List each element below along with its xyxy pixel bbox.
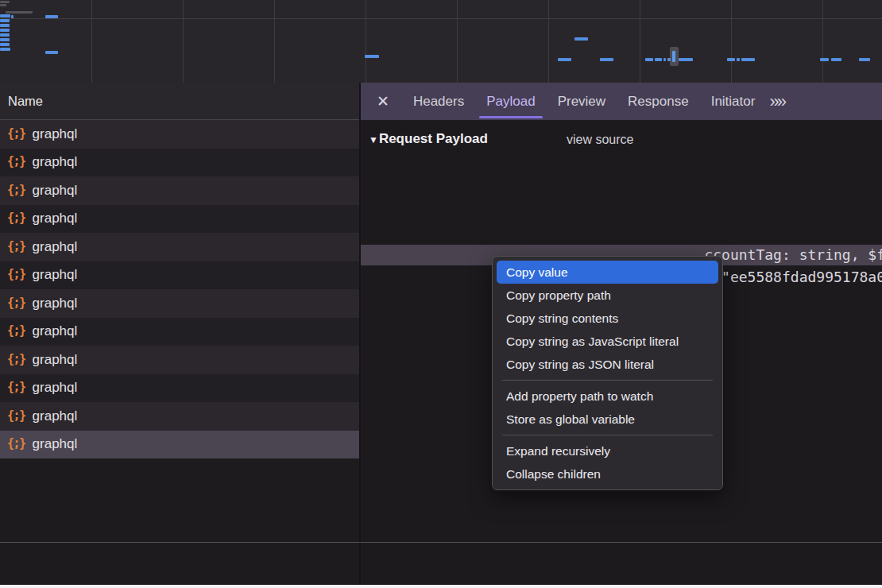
overview-request-bar — [365, 55, 379, 58]
devtools-network-panel: Name {;}graphql{;}graphql{;}graphql{;}gr… — [0, 0, 882, 588]
request-name: graphql — [33, 211, 78, 226]
json-braces-icon: {;} — [7, 296, 25, 310]
network-overview-timeline[interactable] — [0, 0, 882, 84]
overview-request-bar — [558, 58, 571, 61]
name-column-header[interactable]: Name — [0, 83, 359, 120]
request-row[interactable]: {;}graphql — [0, 149, 359, 177]
request-name: graphql — [33, 408, 78, 424]
request-row[interactable]: {;}graphql — [0, 205, 359, 234]
json-braces-icon: {;} — [7, 380, 25, 394]
name-column-label: Name — [8, 94, 43, 109]
menu-item-copy-string-contents[interactable]: Copy string contents — [497, 307, 718, 330]
overview-request-bar — [859, 58, 870, 61]
menu-item-label: Add property path to watch — [506, 389, 653, 404]
overview-request-bar — [45, 15, 58, 18]
request-name: graphql — [33, 296, 78, 311]
overview-request-bar — [679, 58, 693, 61]
menu-item-store-as-global-variable[interactable]: Store as global variable — [497, 408, 718, 431]
page-bottom-edge — [0, 585, 882, 588]
tab-label: Initiator — [711, 94, 756, 110]
requests-table: Name {;}graphql{;}graphql{;}graphql{;}gr… — [0, 83, 359, 585]
request-name: graphql — [33, 126, 78, 142]
request-row[interactable]: {;}graphql — [0, 233, 359, 261]
section-expanded-icon[interactable]: ▼ — [369, 134, 378, 145]
context-menu: Copy valueCopy property pathCopy string … — [492, 256, 723, 490]
overview-gridline — [91, 0, 92, 83]
payload-tree: ▼ Request Payload view source ▼ {operati… — [361, 120, 882, 585]
tab-response[interactable]: Response — [617, 83, 700, 120]
overview-gray-bar — [0, 4, 6, 6]
menu-item-label: Collapse children — [506, 467, 601, 482]
menu-separator — [502, 380, 713, 381]
request-row[interactable]: {;}graphql — [0, 318, 359, 346]
json-braces-icon: {;} — [7, 239, 25, 253]
tab-label: Preview — [558, 94, 605, 110]
request-name: graphql — [33, 154, 78, 170]
section-title: Request Payload — [379, 131, 488, 147]
menu-item-copy-value[interactable]: Copy value — [497, 261, 718, 284]
request-name: graphql — [33, 267, 78, 283]
overview-request-bar — [0, 14, 10, 17]
overview-gridline — [640, 0, 640, 83]
payload-root-row[interactable]: ▼ {operationName: "ipFlowTimeseries", va… — [361, 198, 882, 219]
request-name: graphql — [33, 352, 78, 368]
menu-item-label: Copy string as JavaScript literal — [506, 335, 679, 349]
overview-request-bar — [741, 58, 755, 61]
request-row[interactable]: {;}graphql — [0, 176, 359, 205]
menu-item-add-property-path-to-watch[interactable]: Add property path to watch — [497, 385, 718, 408]
operation-name-row[interactable]: operationName: "ipFlowTimeseries" — [361, 222, 882, 242]
overview-request-bar — [737, 58, 740, 61]
overview-request-bar — [45, 51, 58, 54]
request-row[interactable]: {;}graphql — [0, 402, 359, 431]
overview-request-bar — [655, 58, 662, 61]
overview-request-bar — [0, 38, 10, 41]
close-icon[interactable]: ✕ — [377, 92, 389, 110]
request-row[interactable]: {;}graphql — [0, 346, 359, 374]
menu-item-expand-recursively[interactable]: Expand recursively — [497, 439, 718, 462]
overview-request-bar — [0, 43, 10, 46]
overview-gridline — [183, 0, 184, 83]
overview-request-bar — [574, 37, 588, 41]
more-tabs-icon[interactable]: »» — [769, 91, 795, 112]
variables-value-clipped-end: "ee5588fdad995178a0 — [721, 267, 882, 288]
request-payload-section[interactable]: ▼ Request Payload — [369, 131, 488, 147]
json-braces-icon: {;} — [7, 183, 25, 197]
overview-gray-bar — [6, 11, 33, 14]
view-source-link[interactable]: view source — [567, 133, 633, 147]
json-braces-icon: {;} — [7, 408, 25, 423]
menu-item-label: Copy property path — [506, 288, 611, 303]
request-name: graphql — [33, 183, 78, 199]
detail-tab-bar: ✕ HeadersPayloadPreviewResponseInitiator… — [361, 83, 882, 120]
tab-label: Headers — [413, 94, 464, 110]
overview-gray-bar — [0, 1, 10, 3]
request-row[interactable]: {;}graphql — [0, 120, 359, 149]
json-braces-icon: {;} — [7, 436, 25, 451]
overview-request-bar — [600, 58, 613, 61]
menu-item-label: Expand recursively — [506, 444, 610, 458]
query-value-clipped-end: ccountTag: string, $f — [704, 245, 882, 265]
menu-item-copy-string-as-javascript-literal[interactable]: Copy string as JavaScript literal — [497, 330, 718, 353]
request-name: graphql — [33, 436, 78, 452]
tab-label: Payload — [486, 94, 535, 110]
request-row[interactable]: {;}graphql — [0, 261, 359, 290]
menu-item-copy-string-as-json-literal[interactable]: Copy string as JSON literal — [497, 353, 718, 376]
json-braces-icon: {;} — [7, 126, 25, 141]
request-name: graphql — [33, 239, 78, 255]
overview-request-bar — [0, 48, 10, 51]
overview-gridline — [274, 0, 275, 83]
menu-item-copy-property-path[interactable]: Copy property path — [497, 284, 718, 307]
request-row[interactable]: {;}graphql — [0, 374, 359, 403]
overview-gridline — [731, 0, 732, 83]
overview-request-bar — [0, 24, 10, 27]
json-braces-icon: {;} — [7, 323, 25, 338]
overview-gridline — [457, 0, 458, 83]
menu-item-collapse-children[interactable]: Collapse children — [497, 462, 718, 485]
tab-initiator[interactable]: Initiator — [700, 83, 767, 120]
tab-payload[interactable]: Payload — [475, 83, 546, 120]
request-row[interactable]: {;}graphql — [0, 431, 359, 459]
tab-headers[interactable]: Headers — [402, 83, 475, 120]
overview-request-bar — [0, 33, 10, 37]
json-braces-icon: {;} — [7, 211, 25, 225]
request-row[interactable]: {;}graphql — [0, 289, 359, 318]
tab-preview[interactable]: Preview — [547, 83, 617, 120]
